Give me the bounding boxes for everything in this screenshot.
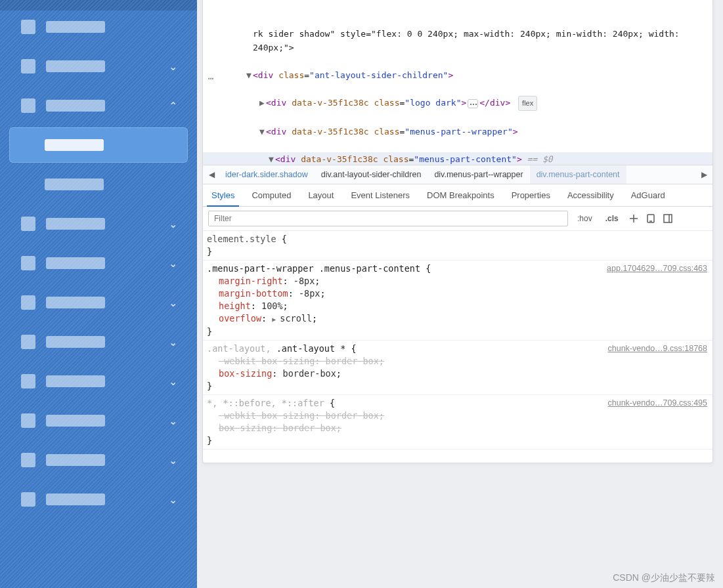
dom-line[interactable]: rk sider shadow" style="flex: 0 0 240px;… <box>253 29 684 52</box>
user-icon <box>21 98 35 113</box>
crumb-prev-icon[interactable]: ◀ <box>204 170 219 179</box>
new-style-rule-icon[interactable] <box>628 213 640 224</box>
caret-expanded-icon[interactable]: ▼ <box>245 68 253 82</box>
crumb-next-icon[interactable]: ▶ <box>697 170 711 179</box>
caret-expanded-icon[interactable]: ▼ <box>258 125 266 138</box>
rule-element-style[interactable]: element.style { } <box>203 231 712 261</box>
ellipsis-badge-icon[interactable] <box>468 99 478 108</box>
styles-toolbar: :hov .cls <box>203 207 712 231</box>
expand-shorthand-icon[interactable]: ▶ <box>272 313 280 326</box>
chevron-down-icon: ⌄ <box>169 218 177 230</box>
job-icon <box>21 295 35 310</box>
menu-label <box>46 21 105 33</box>
tab-adguard[interactable]: AdGuard <box>623 184 674 206</box>
css-rules-panel[interactable]: element.style { } app.1704629…709.css:46… <box>203 231 712 463</box>
crumb-3[interactable]: div.menus-part--wrapper <box>427 165 529 184</box>
tab-layout[interactable]: Layout <box>299 184 342 206</box>
chevron-down-icon: ⌄ <box>169 494 177 506</box>
menu-item-11[interactable]: ⌄ <box>9 442 188 478</box>
menu-label <box>46 454 105 466</box>
styles-filter-input[interactable] <box>208 211 568 226</box>
menu-item-6[interactable]: ⌄ <box>9 245 188 281</box>
gutter-ellipsis-icon[interactable]: ⋯ <box>208 72 213 85</box>
menu-label <box>46 375 105 387</box>
menu-label <box>46 297 105 308</box>
rule-universal[interactable]: chunk-vendo…709.css:495 *, *::before, *:… <box>203 395 712 450</box>
rule-source-link[interactable]: chunk-vendo…709.css:495 <box>608 397 707 410</box>
crumb-selected[interactable]: div.menus-part-content <box>530 165 626 184</box>
dom-tree[interactable]: ⋯ rk sider shadow" style="flex: 0 0 240p… <box>203 0 712 165</box>
params-icon <box>21 374 35 388</box>
menu-item-5[interactable]: ⌄ <box>9 206 188 242</box>
rule-source-link[interactable]: chunk-vendo…9.css:18768 <box>608 343 707 355</box>
chevron-down-icon: ⌄ <box>169 415 177 427</box>
tab-dom-breakpoints[interactable]: DOM Breakpoints <box>418 184 503 206</box>
main-area: ⋯ rk sider shadow" style="flex: 0 0 240p… <box>197 0 723 588</box>
caret-collapsed-icon[interactable]: ▶ <box>258 96 266 110</box>
dict-icon <box>21 335 35 349</box>
dom-selected-node[interactable]: ▼<div data-v-35f1c38c class="menus-part-… <box>203 152 712 165</box>
styles-tabs: Styles Computed Layout Event Listeners D… <box>203 184 712 207</box>
caret-expanded-icon[interactable]: ▼ <box>267 152 275 165</box>
menu-item-12[interactable]: ⌄ <box>9 482 188 517</box>
menu-label <box>46 257 105 269</box>
sidebar: ⌄ ⌃ ⌄ ⌄ ⌄ ⌄ ⌄ ⌄ ⌄ <box>0 0 197 588</box>
menu-label <box>46 415 105 427</box>
flex-badge[interactable]: flex <box>518 96 537 111</box>
hov-toggle[interactable]: :hov <box>573 214 596 223</box>
crumb-2[interactable]: div.ant-layout-sider-children <box>315 165 428 184</box>
notice-icon <box>21 413 35 428</box>
menu-label <box>46 60 105 72</box>
menu-item-7[interactable]: ⌄ <box>9 285 188 320</box>
menu-icon <box>21 217 35 231</box>
cls-toggle[interactable]: .cls <box>602 214 623 223</box>
elements-breadcrumb: ◀ ider-dark.sider.shadow div.ant-layout-… <box>203 165 712 184</box>
menu-label <box>45 139 104 151</box>
crumb-1[interactable]: ider-dark.sider.shadow <box>219 165 315 184</box>
menu-label <box>46 218 105 230</box>
chevron-down-icon: ⌄ <box>169 454 177 467</box>
watermark-text: CSDN @少油少盐不要辣 <box>613 572 715 584</box>
chevron-down-icon: ⌄ <box>169 375 177 388</box>
chevron-down-icon: ⌄ <box>169 257 177 270</box>
chevron-down-icon: ⌄ <box>169 297 177 309</box>
menu-item-10[interactable]: ⌄ <box>9 403 188 438</box>
chevron-down-icon: ⌄ <box>169 336 177 348</box>
tab-accessibility[interactable]: Accessibility <box>559 184 623 206</box>
home-icon <box>21 20 35 34</box>
menu-label <box>46 494 105 505</box>
devtools-panel: ⋯ rk sider shadow" style="flex: 0 0 240p… <box>202 0 713 463</box>
menu-label <box>46 336 105 348</box>
menu-item-active[interactable] <box>9 127 188 163</box>
menu-item-9[interactable]: ⌄ <box>9 364 188 399</box>
rule-ant-layout[interactable]: chunk-vendo…9.css:18768 .ant-layout, .an… <box>203 341 712 395</box>
tab-styles[interactable]: Styles <box>203 184 243 206</box>
rule-menus-part-content[interactable]: app.1704629…709.css:463 .menus-part--wra… <box>203 261 712 341</box>
tab-computed[interactable]: Computed <box>243 184 299 206</box>
menu-item-1[interactable]: ⌄ <box>9 49 188 84</box>
log-icon <box>21 453 35 467</box>
chevron-down-icon: ⌄ <box>169 60 177 73</box>
rule-source-link[interactable]: app.1704629…709.css:463 <box>607 262 707 275</box>
menu-item-8[interactable]: ⌄ <box>9 324 188 360</box>
device-icon[interactable] <box>645 213 657 224</box>
panel-layout-icon[interactable] <box>662 213 674 224</box>
menu-item-home[interactable] <box>9 9 188 45</box>
menu-item-2[interactable]: ⌃ <box>9 88 188 123</box>
doc-icon <box>21 59 35 74</box>
monitor-icon <box>21 492 35 507</box>
svg-rect-1 <box>664 215 672 222</box>
dept-icon <box>21 256 35 270</box>
menu-label <box>46 100 105 112</box>
tab-properties[interactable]: Properties <box>503 184 559 206</box>
chevron-up-icon: ⌃ <box>169 100 177 112</box>
tab-event-listeners[interactable]: Event Listeners <box>342 184 418 206</box>
menu-label <box>45 178 104 190</box>
menu-item-child-2[interactable] <box>9 167 188 202</box>
